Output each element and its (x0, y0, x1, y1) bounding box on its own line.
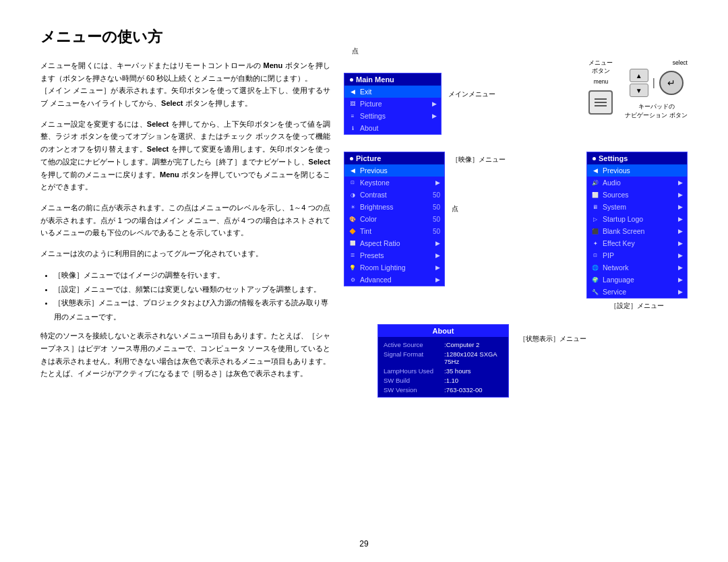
picture-dot (350, 157, 353, 160)
menu-item-exit[interactable]: ◀ Exit (344, 86, 441, 98)
bullet-item-3: ［状態表示］メニューは、プロジェクタおよび入力源の情報を表示する読み取り専用のメ… (54, 296, 330, 324)
service-arrow: ▶ (678, 288, 683, 295)
menu-item-about[interactable]: ℹ About (344, 122, 441, 134)
about-label-signal: Signal Format (384, 350, 444, 365)
picture-menu-wrapper: Picture ◀ Previous ⊡ Keystone ▶ (344, 152, 445, 286)
menu-item-picture[interactable]: 🖼 Picture ▶ (344, 98, 441, 110)
menu-btn-group: メニューボタン menu (588, 59, 613, 115)
picture-contrast[interactable]: ◑ Contrast 50 (344, 189, 444, 201)
picture-room-lighting[interactable]: 💡 Room Lighting ▶ (344, 261, 444, 274)
settings-service[interactable]: 🔧 Service ▶ (587, 286, 687, 298)
para4: メニューは次のように利用目的によってグループ化されています。 (40, 247, 330, 260)
separator-line: | (653, 77, 655, 89)
bullet-item-1: ［映像］メニューではイメージの調整を行います。 (54, 268, 330, 282)
down-arrow-button[interactable]: ▼ (630, 84, 648, 97)
settings-network[interactable]: 🌐 Network ▶ (587, 261, 687, 274)
system-icon: 🖥 (591, 203, 599, 211)
color-value: 50 (433, 216, 440, 223)
about-label-source: Active Source (384, 341, 444, 348)
menu-icon (595, 96, 607, 108)
picture-keystone[interactable]: ⊡ Keystone ▶ (344, 177, 444, 189)
presets-icon: ☰ (348, 251, 357, 259)
menu-btn-label: メニューボタン (588, 59, 613, 75)
about-row-swbuild: SW Build :1.10 (384, 375, 503, 385)
bullet-item-2: ［設定］メニューでは、頻繁には変更しない種類のセットアップを調整します。 (54, 282, 330, 296)
page-number: 29 (359, 539, 368, 549)
startup-arrow: ▶ (678, 216, 683, 222)
about-row-swversion: SW Version :763-0332-00 (384, 385, 503, 394)
menu-word: menu (594, 78, 608, 85)
up-arrow-button[interactable]: ▲ (630, 69, 648, 82)
sources-icon: ⬜ (591, 191, 599, 199)
brightness-value: 50 (433, 204, 440, 211)
aspect-arrow: ▶ (435, 240, 440, 247)
about-label-swbuild: SW Build (384, 377, 444, 384)
aspect-icon: ⬜ (348, 239, 357, 247)
about-menu-box: About Active Source :Computer 2 Signal F… (377, 324, 509, 398)
about-table: Active Source :Computer 2 Signal Format … (378, 337, 508, 397)
picture-menu-header: Picture (344, 152, 444, 164)
menu-item-settings[interactable]: ≡ Settings ▶ (344, 110, 441, 122)
select-button[interactable]: ↵ (659, 71, 684, 95)
network-icon: 🌐 (591, 263, 599, 272)
settings-menu-box: Settings ◀ Previous 🔊 Audio ▶ (586, 152, 688, 299)
settings-effect[interactable]: ✦ Effect Key ▶ (587, 237, 687, 249)
room-lighting-arrow: ▶ (435, 264, 440, 271)
dot-annotation: 点 (352, 47, 359, 56)
service-icon: 🔧 (591, 288, 599, 296)
para2: メニュー設定を変更するには、Select を押してから、上下矢印ボタンを使って値… (40, 118, 330, 193)
settings-audio[interactable]: 🔊 Audio ▶ (587, 177, 687, 189)
settings-prev-item[interactable]: ◀ Previous (587, 164, 687, 177)
keystone-arrow: ▶ (435, 179, 440, 186)
picture-presets[interactable]: ☰ Presets ▶ (344, 249, 444, 261)
picture-menu-label: ［映像］メニュー (452, 155, 506, 164)
color-icon: 🎨 (348, 215, 357, 223)
right-panel: 点 Main Menu ◀ Exit (344, 59, 688, 398)
room-lighting-icon: 💡 (348, 263, 357, 272)
about-menu-label: ［状態表示］メニュー (519, 324, 586, 344)
settings-startup[interactable]: ▷ Startup Logo ▶ (587, 213, 687, 225)
picture-aspect[interactable]: ⬜ Aspect Ratio ▶ (344, 237, 444, 249)
menu-dot-icon (350, 78, 353, 82)
about-row-source: Active Source :Computer 2 (384, 340, 503, 349)
svg-rect-0 (595, 98, 607, 100)
arrow-settings: ▶ (432, 113, 437, 119)
settings-system[interactable]: 🖥 System ▶ (587, 201, 687, 213)
picture-tint[interactable]: 🔶 Tint 50 (344, 225, 444, 237)
about-value-swbuild: :1.10 (444, 377, 458, 384)
picture-advanced[interactable]: ⚙ Advanced ▶ (344, 274, 444, 286)
para1: メニューを開くには、キーパッドまたはリモートコントロールの Menu ボタンを押… (40, 59, 330, 110)
middle-section: Picture ◀ Previous ⊡ Keystone ▶ (344, 152, 688, 311)
prev-arrow: ◀ (348, 166, 357, 175)
settings-menu-label: ［設定］メニュー (586, 301, 688, 311)
settings-blank[interactable]: ⬛ Blank Screen ▶ (587, 225, 687, 237)
controls-group: メニューボタン menu (588, 59, 688, 119)
about-value-signal: :1280x1024 SXGA 75Hz (444, 350, 503, 365)
blank-icon: ⬛ (591, 227, 599, 235)
keystone-icon: ⊡ (348, 179, 357, 187)
top-section: 点 Main Menu ◀ Exit (344, 59, 688, 135)
picture-brightness[interactable]: ☀ Brightness 50 (344, 201, 444, 213)
settings-language[interactable]: 🌍 Language ▶ (587, 274, 687, 286)
exit-icon: ◀ (348, 88, 357, 96)
menu-button[interactable] (588, 90, 613, 115)
para5: 特定のソースを接続しないと表示されないメニュー項目もあります。たとえば、［シャー… (40, 330, 330, 380)
page-title: メニューの使い方 (40, 27, 688, 47)
advanced-arrow: ▶ (435, 276, 440, 283)
main-menu-header: Main Menu (344, 73, 441, 86)
about-header: About (378, 325, 508, 337)
arrow-select-group: select ▲ ▼ | ↵ キーパッドのナビゲーション ボタン (625, 59, 688, 119)
pip-arrow: ▶ (678, 252, 683, 259)
pip-icon: ⊡ (591, 251, 599, 259)
para3: メニュー名の前に点が表示されます。この点はメニューのレベルを示し、1～4 つの点… (40, 201, 330, 239)
presets-arrow: ▶ (435, 252, 440, 259)
right-column: 点 Main Menu ◀ Exit (344, 59, 688, 398)
settings-sources[interactable]: ⬜ Sources ▶ (587, 189, 687, 201)
settings-pip[interactable]: ⊡ PIP ▶ (587, 249, 687, 261)
picture-prev-item[interactable]: ◀ Previous (344, 164, 444, 177)
page-container: メニューの使い方 メニューを開くには、キーパッドまたはリモートコントロールの M… (0, 0, 728, 562)
main-menu-wrapper: 点 Main Menu ◀ Exit (344, 59, 442, 135)
advanced-icon: ⚙ (348, 276, 357, 284)
picture-color[interactable]: 🎨 Color 50 (344, 213, 444, 225)
svg-rect-2 (595, 105, 607, 106)
